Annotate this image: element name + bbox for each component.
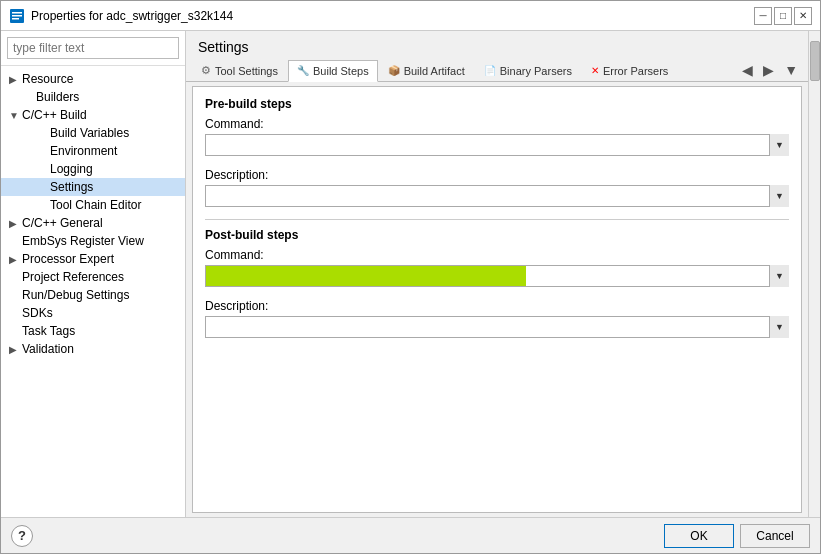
tab-nav-dropdown[interactable]: ▼ <box>780 60 802 80</box>
tree-label: SDKs <box>22 306 53 320</box>
scrollbar[interactable] <box>808 31 820 517</box>
tree-label: Logging <box>50 162 93 176</box>
arrow-icon: ▶ <box>9 218 19 229</box>
tab-label: Build Artifact <box>404 65 465 77</box>
settings-header: Settings <box>186 31 808 59</box>
arrow-icon: ▶ <box>9 74 19 85</box>
tree-label: Environment <box>50 144 117 158</box>
pre-build-description-field[interactable] <box>205 185 789 207</box>
ok-button[interactable]: OK <box>664 524 734 548</box>
post-build-command-green-bar <box>206 266 526 286</box>
pre-build-title: Pre-build steps <box>205 97 789 111</box>
tree-label: C/C++ Build <box>22 108 87 122</box>
tree-item-settings[interactable]: Settings <box>1 178 185 196</box>
pre-build-description-label: Description: <box>205 168 789 182</box>
error-parsers-icon: ✕ <box>591 65 599 76</box>
tree-label: Validation <box>22 342 74 356</box>
post-build-description-label: Description: <box>205 299 789 313</box>
tree-item-project-references[interactable]: Project References <box>1 268 185 286</box>
tree-label: EmbSys Register View <box>22 234 144 248</box>
arrow-icon: ▶ <box>9 344 19 355</box>
tree-label: Tool Chain Editor <box>50 198 141 212</box>
post-build-description-wrap: ▼ <box>205 316 789 338</box>
tree-item-toolchain-editor[interactable]: Tool Chain Editor <box>1 196 185 214</box>
build-artifact-icon: 📦 <box>388 65 400 76</box>
tab-label: Build Steps <box>313 65 369 77</box>
tree-label: Build Variables <box>50 126 129 140</box>
build-steps-icon: 🔧 <box>297 65 309 76</box>
post-build-command-field[interactable] <box>205 265 789 287</box>
tree-item-sdks[interactable]: SDKs <box>1 304 185 322</box>
close-button[interactable]: ✕ <box>794 7 812 25</box>
tree-label: Settings <box>50 180 93 194</box>
svg-rect-3 <box>12 18 19 20</box>
arrow-icon: ▶ <box>9 254 19 265</box>
tab-error-parsers[interactable]: ✕ Error Parsers <box>582 60 677 81</box>
tree-item-cpp-general[interactable]: ▶ C/C++ General <box>1 214 185 232</box>
maximize-button[interactable]: □ <box>774 7 792 25</box>
settings-content: Pre-build steps Command: ▼ Description: … <box>192 86 802 513</box>
title-bar: Properties for adc_swtrigger_s32k144 ─ □… <box>1 1 820 31</box>
pre-build-command-label: Command: <box>205 117 789 131</box>
pre-build-command-field[interactable] <box>205 134 789 156</box>
left-panel: ▶ Resource Builders ▼ C/C++ Build Build … <box>1 31 186 517</box>
scrollbar-thumb[interactable] <box>810 41 820 81</box>
tab-label: Binary Parsers <box>500 65 572 77</box>
tab-binary-parsers[interactable]: 📄 Binary Parsers <box>475 60 581 81</box>
tree-item-cpp-build[interactable]: ▼ C/C++ Build <box>1 106 185 124</box>
tab-build-artifact[interactable]: 📦 Build Artifact <box>379 60 474 81</box>
tool-settings-icon: ⚙ <box>201 64 211 77</box>
main-content: ▶ Resource Builders ▼ C/C++ Build Build … <box>1 31 820 517</box>
tab-label: Tool Settings <box>215 65 278 77</box>
pre-build-command-wrap: ▼ <box>205 134 789 156</box>
tree-label: Processor Expert <box>22 252 114 266</box>
tree-item-builders[interactable]: Builders <box>1 88 185 106</box>
bottom-bar: ? OK Cancel <box>1 517 820 553</box>
tree-item-build-variables[interactable]: Build Variables <box>1 124 185 142</box>
tree-label: Project References <box>22 270 124 284</box>
tree-item-logging[interactable]: Logging <box>1 160 185 178</box>
filter-input[interactable] <box>7 37 179 59</box>
main-window: Properties for adc_swtrigger_s32k144 ─ □… <box>0 0 821 554</box>
right-with-scroll: Settings ⚙ Tool Settings 🔧 Build Steps 📦… <box>186 31 820 517</box>
section-divider <box>205 219 789 220</box>
tree-item-embsys[interactable]: EmbSys Register View <box>1 232 185 250</box>
tab-nav-forward[interactable]: ▶ <box>759 60 778 80</box>
window-title: Properties for adc_swtrigger_s32k144 <box>31 9 233 23</box>
window-icon <box>9 8 25 24</box>
tree-label: Resource <box>22 72 73 86</box>
binary-parsers-icon: 📄 <box>484 65 496 76</box>
help-button[interactable]: ? <box>11 525 33 547</box>
pre-build-description-wrap: ▼ <box>205 185 789 207</box>
post-build-command-label: Command: <box>205 248 789 262</box>
tree-item-task-tags[interactable]: Task Tags <box>1 322 185 340</box>
filter-wrap <box>1 31 185 66</box>
tabs-nav: ◀ ▶ ▼ <box>738 60 802 80</box>
tree-area: ▶ Resource Builders ▼ C/C++ Build Build … <box>1 66 185 517</box>
tab-nav-back[interactable]: ◀ <box>738 60 757 80</box>
tree-item-run-debug[interactable]: Run/Debug Settings <box>1 286 185 304</box>
tab-tool-settings[interactable]: ⚙ Tool Settings <box>192 59 287 81</box>
tree-label: C/C++ General <box>22 216 103 230</box>
tree-label: Task Tags <box>22 324 75 338</box>
tree-item-resource[interactable]: ▶ Resource <box>1 70 185 88</box>
arrow-icon: ▼ <box>9 110 19 121</box>
post-build-command-wrap: ▼ <box>205 265 789 287</box>
tree-item-environment[interactable]: Environment <box>1 142 185 160</box>
tree-item-validation[interactable]: ▶ Validation <box>1 340 185 358</box>
svg-rect-2 <box>12 15 22 17</box>
tree-item-processor-expert[interactable]: ▶ Processor Expert <box>1 250 185 268</box>
right-inner: Settings ⚙ Tool Settings 🔧 Build Steps 📦… <box>186 31 808 517</box>
tab-label: Error Parsers <box>603 65 668 77</box>
svg-rect-1 <box>12 12 22 14</box>
tree-label: Builders <box>36 90 79 104</box>
minimize-button[interactable]: ─ <box>754 7 772 25</box>
tree-label: Run/Debug Settings <box>22 288 129 302</box>
post-build-description-field[interactable] <box>205 316 789 338</box>
cancel-button[interactable]: Cancel <box>740 524 810 548</box>
post-build-title: Post-build steps <box>205 228 789 242</box>
tabs-bar: ⚙ Tool Settings 🔧 Build Steps 📦 Build Ar… <box>186 59 808 82</box>
tab-build-steps[interactable]: 🔧 Build Steps <box>288 60 378 82</box>
